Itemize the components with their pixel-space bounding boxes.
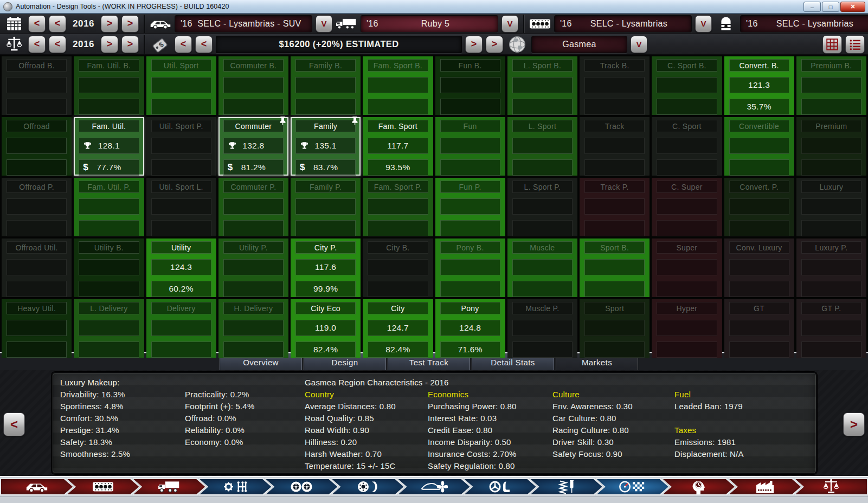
market-cell-offroad-util[interactable]: Offroad Util. xyxy=(2,238,72,297)
engine-variant-dropdown[interactable]: '16 SELC - Lysambrias xyxy=(740,15,868,33)
market-cell-luxury-p[interactable]: Luxury P. xyxy=(796,238,866,297)
model-dropdown-button[interactable]: V xyxy=(316,15,332,33)
model-dropdown[interactable]: '16 SELC - Lysambrias - SUV xyxy=(175,15,312,33)
market-cell-conv-luxury[interactable]: Conv. Luxury xyxy=(724,238,794,297)
market-cell-family[interactable]: Family135.1$83.7% xyxy=(291,117,361,176)
nav-step-test-track[interactable] xyxy=(596,478,670,495)
market-cell-muscle-p[interactable]: Muscle P. xyxy=(507,299,577,358)
market-cell-fam-util-p[interactable]: Fam. Util. P. xyxy=(74,178,144,236)
list-view-button[interactable] xyxy=(845,35,865,54)
market-cell-commuter-p[interactable]: Commuter P. xyxy=(218,178,288,236)
year-forward-button[interactable]: > xyxy=(101,15,118,33)
market-cell-util-sport[interactable]: Util. Sport xyxy=(146,56,216,115)
market-cell-fam-sport-p[interactable]: Fam. Sport P. xyxy=(363,178,433,236)
market-cell-family-p[interactable]: Family P. xyxy=(291,178,361,236)
market-cell-utility-b[interactable]: Utility B. xyxy=(74,238,144,297)
market-cell-fun-p[interactable]: Fun P. xyxy=(435,178,505,236)
trim-dropdown-button[interactable]: V xyxy=(501,15,518,33)
market-cell-gt[interactable]: GT xyxy=(724,299,794,358)
market-cell-offroad-p[interactable]: Offroad P. xyxy=(2,178,72,236)
nav-step-car[interactable] xyxy=(0,478,74,495)
nav-step-tyres[interactable] xyxy=(265,478,338,495)
market-cell-c-sport[interactable]: C. Sport xyxy=(652,117,722,176)
nav-step-aero-cooling[interactable] xyxy=(397,478,471,495)
market-cell-commuter-b[interactable]: Commuter B. xyxy=(218,56,288,115)
region-dropdown[interactable]: Gasmea xyxy=(531,36,627,53)
market-cell-premium-b[interactable]: Premium B. xyxy=(796,56,866,115)
region-dropdown-button[interactable]: V xyxy=(631,36,647,53)
year-back-fast-button[interactable]: < xyxy=(28,15,46,33)
market-cell-fam-sport[interactable]: Fam. Sport117.793.5% xyxy=(363,117,433,176)
market-cell-convert-b[interactable]: Convert. B.121.335.7% xyxy=(724,56,794,115)
nav-step-interior[interactable] xyxy=(464,478,537,495)
titlebar[interactable]: Automation - Design Tools - (WORK IN PRO… xyxy=(0,0,868,14)
market-cell-convertible[interactable]: Convertible xyxy=(724,117,794,176)
market-cell-fun[interactable]: Fun xyxy=(435,117,505,176)
market-cell-track-b[interactable]: Track B. xyxy=(580,56,650,115)
nav-step-suspension[interactable] xyxy=(530,478,603,495)
market-cell-fam-util[interactable]: Fam. Util.128.1$77.7% xyxy=(74,117,144,176)
nav-step-factory[interactable] xyxy=(728,478,802,495)
market-cell-l-delivery[interactable]: L. Delivery xyxy=(74,299,144,358)
market-cell-sport[interactable]: Sport xyxy=(580,299,650,358)
trim-dropdown[interactable]: '16 Ruby 5 xyxy=(361,15,498,33)
market-cell-city-p[interactable]: City P.117.699.9% xyxy=(291,238,361,297)
market-cell-l-sport[interactable]: L. Sport xyxy=(507,117,577,176)
market-cell-l-sport-p[interactable]: L. Sport P. xyxy=(507,178,577,236)
market-cell-commuter[interactable]: Commuter132.8$81.2% xyxy=(218,117,288,176)
market-cell-convert-p[interactable]: Convert. P. xyxy=(724,178,794,236)
market-cell-l-sport-b[interactable]: L. Sport B. xyxy=(507,56,577,115)
market-cell-c-sport-b[interactable]: C. Sport B. xyxy=(652,56,722,115)
market-cell-hyper[interactable]: Hyper xyxy=(652,299,722,358)
market-cell-fam-util-b[interactable]: Fam. Util. B. xyxy=(74,56,144,115)
price-down-button[interactable]: < xyxy=(195,36,213,53)
market-cell-muscle[interactable]: Muscle xyxy=(507,238,577,297)
engine-dropdown[interactable]: '16 SELC - Lysambrias xyxy=(554,15,692,33)
panel-next-button[interactable]: > xyxy=(843,412,865,436)
market-cell-gt-p[interactable]: GT P. xyxy=(796,299,866,358)
compare-year-back-fast-button[interactable]: < xyxy=(28,36,46,53)
price-field[interactable]: $16200 (+20%) ESTIMATED xyxy=(216,36,462,53)
compare-year-back-button[interactable]: < xyxy=(49,36,66,53)
market-cell-sport-b[interactable]: Sport B. xyxy=(580,238,650,297)
market-cell-fun-b[interactable]: Fun B. xyxy=(435,56,505,115)
year-back-button[interactable]: < xyxy=(49,15,66,33)
market-cell-delivery[interactable]: Delivery xyxy=(146,299,216,358)
nav-step-markets-demographics[interactable] xyxy=(662,478,736,495)
compare-year-forward-button[interactable]: > xyxy=(101,36,118,53)
close-button[interactable]: ✕ xyxy=(840,2,865,12)
market-cell-offroad[interactable]: Offroad xyxy=(2,117,72,176)
year-forward-fast-button[interactable]: > xyxy=(121,15,139,33)
market-cell-pony[interactable]: Pony124.871.6% xyxy=(435,299,505,358)
market-cell-track-p[interactable]: Track P. xyxy=(580,178,650,236)
market-cell-util-sport-l[interactable]: Util. Sport L. xyxy=(146,178,216,236)
nav-step-finance-balance[interactable] xyxy=(794,478,868,495)
market-cell-utility[interactable]: Utility124.360.2% xyxy=(146,238,216,297)
market-cell-fam-sport-b[interactable]: Fam. Sport B. xyxy=(363,56,433,115)
market-cell-premium[interactable]: Premium xyxy=(796,117,866,176)
minimize-button[interactable]: – xyxy=(803,2,821,12)
nav-step-gearbox[interactable] xyxy=(198,478,272,495)
price-up-button[interactable]: > xyxy=(465,36,483,53)
price-down-fast-button[interactable]: < xyxy=(175,36,192,53)
nav-step-truck[interactable] xyxy=(132,478,206,495)
market-cell-luxury[interactable]: Luxury xyxy=(796,178,866,236)
nav-step-engine-crankshaft[interactable] xyxy=(66,478,140,495)
market-cell-util-sport-p[interactable]: Util. Sport P. xyxy=(146,117,216,176)
maximize-button[interactable]: □ xyxy=(822,2,839,12)
market-cell-h-delivery[interactable]: H. Delivery xyxy=(218,299,288,358)
market-cell-family-b[interactable]: Family B. xyxy=(291,56,361,115)
market-cell-utility-p[interactable]: Utility P. xyxy=(218,238,288,297)
market-cell-heavy-util[interactable]: Heavy Util. xyxy=(2,299,72,358)
market-cell-city-eco[interactable]: City Eco119.082.4% xyxy=(291,299,361,358)
market-cell-track[interactable]: Track xyxy=(580,117,650,176)
price-up-fast-button[interactable]: > xyxy=(486,36,503,53)
panel-prev-button[interactable]: < xyxy=(3,412,25,436)
market-cell-city-b[interactable]: City B. xyxy=(363,238,433,297)
nav-step-brakes[interactable] xyxy=(331,478,404,495)
grid-view-button[interactable] xyxy=(822,35,842,54)
market-cell-city[interactable]: City124.782.4% xyxy=(363,299,433,358)
engine-dropdown-button[interactable]: V xyxy=(695,15,712,33)
market-cell-pony-b[interactable]: Pony B. xyxy=(435,238,505,297)
market-cell-c-super[interactable]: C. Super xyxy=(652,178,722,236)
